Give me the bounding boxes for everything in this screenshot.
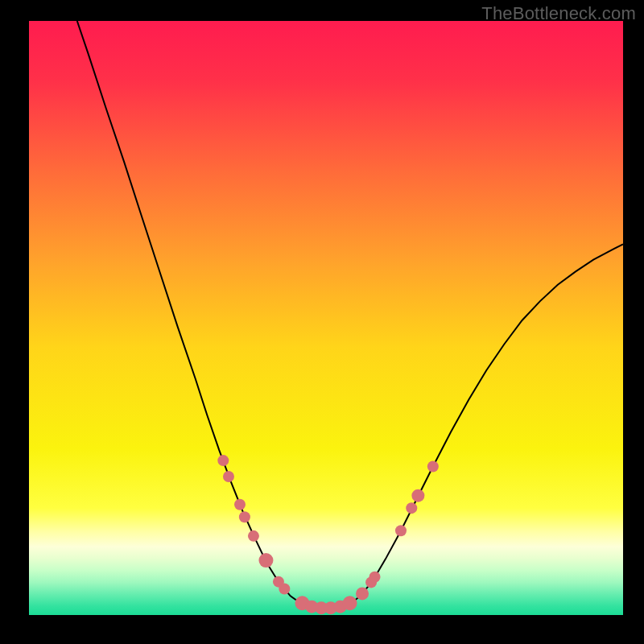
data-point [406, 502, 417, 514]
data-point [369, 572, 381, 583]
plot-area [29, 21, 623, 615]
bottleneck-curve [77, 21, 623, 608]
data-point [239, 511, 250, 522]
data-point [223, 471, 234, 482]
data-point [217, 455, 229, 466]
data-point [356, 587, 369, 600]
data-point [279, 584, 290, 595]
curve-layer [29, 21, 623, 615]
data-point [234, 499, 246, 510]
chart-frame: TheBottleneck.com [0, 0, 644, 644]
data-points [217, 455, 439, 614]
data-point [248, 530, 259, 542]
data-point [343, 596, 357, 610]
data-point [411, 489, 424, 502]
data-point [258, 553, 273, 568]
data-point [395, 525, 407, 536]
data-point [427, 461, 439, 473]
